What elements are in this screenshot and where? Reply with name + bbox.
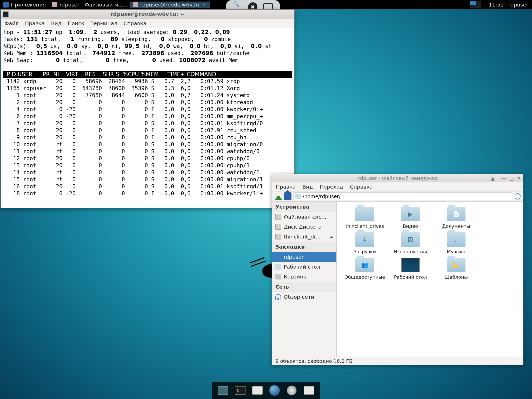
sidebar-item-label: thinclient_dr... xyxy=(284,234,321,240)
terminal-icon xyxy=(3,11,9,17)
dock-search[interactable] xyxy=(285,383,299,397)
folder-icon xyxy=(295,194,301,199)
folder-item[interactable]: 📐Шаблоны xyxy=(433,258,479,280)
folder-icon xyxy=(355,207,374,221)
menu-item[interactable]: Правка xyxy=(25,20,45,26)
terminal-output[interactable]: top - 11:51:27 up 1:09, 2 users, load av… xyxy=(1,28,294,208)
folder-item[interactable]: 📄Документы xyxy=(433,207,479,229)
applications-label: Приложения xyxy=(11,2,46,8)
applications-menu[interactable]: Приложения xyxy=(0,0,49,9)
menu-item[interactable]: Файл xyxy=(4,20,19,26)
wifi-icon xyxy=(275,294,281,300)
menu-item[interactable]: Вид xyxy=(51,20,62,26)
panel-user[interactable]: rdpuser xyxy=(508,2,528,8)
folder-label: Видео xyxy=(388,223,433,229)
dock-folder[interactable] xyxy=(302,383,316,397)
folder-label: Изображения xyxy=(388,249,433,255)
folder-item[interactable]: 🖼Изображения xyxy=(388,232,433,255)
taskbar-item[interactable]: rdpuser@ruvds-w6v1u: ~ xyxy=(130,2,210,8)
sidebar-item-label: Обзор сети xyxy=(284,294,314,300)
drive-icon xyxy=(275,214,281,220)
folder-label: thinclient_drives xyxy=(342,223,388,229)
task-label: rdpuser - Файловый ме... xyxy=(59,2,127,8)
dock-terminal[interactable]: $_ xyxy=(233,383,247,397)
status-text: 9 объектов, свободно 16,0 ГБ xyxy=(275,358,353,364)
maximize-button[interactable]: ▢ xyxy=(509,175,514,181)
folder-icon: 📄 xyxy=(447,207,466,221)
menu-item[interactable]: Поиск xyxy=(68,20,84,26)
folder-item[interactable]: thinclient_drives xyxy=(342,207,388,229)
filemanager-iconview[interactable]: thinclient_drives▶Видео📄Документы↓Загруз… xyxy=(337,202,523,357)
filemanager-title: rdpuser - Файловый менеджер xyxy=(358,175,437,181)
path-text[interactable] xyxy=(303,194,510,199)
task-label: rdpuser@ruvds-w6v1u: ~ xyxy=(140,2,207,8)
menu-item[interactable]: Справка xyxy=(350,184,373,190)
dock-browser[interactable] xyxy=(268,383,282,397)
terminal-titlebar[interactable]: rdpuser@ruvds-w6v1u: ~ xyxy=(1,10,294,19)
sidebar-item-label: rdpuser xyxy=(284,254,304,260)
taskbar-item[interactable]: rdpuser - Файловый ме... xyxy=(49,2,130,8)
trash-icon xyxy=(275,274,281,280)
filemanager-menubar: ПравкаВидПереходСправка xyxy=(272,182,523,191)
path-input[interactable] xyxy=(294,192,512,200)
folder-icon: ▶ xyxy=(401,207,420,221)
folder-icon: 📐 xyxy=(447,258,466,272)
filemanager-statusbar: 9 объектов, свободно 16,0 ГБ xyxy=(272,357,523,365)
folder-icon xyxy=(275,264,281,270)
sidebar-item[interactable]: Файловая сис... xyxy=(272,212,336,222)
menu-item[interactable]: Вид xyxy=(302,184,313,190)
home-icon[interactable] xyxy=(284,193,291,200)
filemanager-window: rdpuser - Файловый менеджер ▲ — ▢ ✕ Прав… xyxy=(272,174,523,365)
bottom-dock: $_ xyxy=(212,382,320,399)
menu-item[interactable]: Переход xyxy=(320,184,343,190)
desktop-icon xyxy=(401,258,420,272)
folder-icon: ↓ xyxy=(355,232,374,247)
folder-icon: 🖼 xyxy=(401,232,420,247)
sidebar-item[interactable]: Рабочий стол xyxy=(272,262,336,272)
workspace-switcher[interactable] xyxy=(470,1,481,8)
sidebar-header: Устройства xyxy=(272,202,336,212)
terminal-menubar: ФайлПравкаВидПоискТерминалСправка xyxy=(1,19,294,28)
sidebar-item[interactable]: Обзор сети xyxy=(272,292,336,302)
reload-icon[interactable] xyxy=(514,193,521,200)
menu-item[interactable]: Терминал xyxy=(90,20,117,26)
folder-label: Музыка xyxy=(433,249,479,255)
drive-icon xyxy=(275,234,281,240)
folder-icon: ♪ xyxy=(447,232,466,247)
window-icon xyxy=(52,2,57,7)
folder-label: Рабочий стол xyxy=(388,274,433,280)
folder-label: Загрузки xyxy=(342,249,388,255)
keep-above-icon[interactable]: ▲ xyxy=(491,175,495,181)
sidebar-item-label: Диск Дискета xyxy=(284,224,322,230)
folder-item[interactable]: ♪Музыка xyxy=(433,232,479,255)
filemanager-toolbar xyxy=(272,191,523,202)
eject-icon[interactable] xyxy=(330,236,333,238)
sidebar-item-label: Рабочий стол xyxy=(284,264,320,270)
filemanager-sidebar: УстройстваФайловая сис...Диск Дискетаthi… xyxy=(272,202,337,357)
menu-item[interactable]: Правка xyxy=(276,184,296,190)
close-button[interactable]: ✕ xyxy=(517,175,521,181)
folder-label: Документы xyxy=(433,223,479,229)
terminal-window: rdpuser@ruvds-w6v1u: ~ ФайлПравкаВидПоис… xyxy=(1,9,295,208)
folder-item[interactable]: ↓Загрузки xyxy=(342,232,388,255)
sidebar-header: Сеть xyxy=(272,282,336,292)
up-icon[interactable] xyxy=(275,193,282,200)
folder-item[interactable]: 👥Общедоступные xyxy=(342,258,388,280)
folder-item[interactable]: Рабочий стол xyxy=(388,258,433,280)
sidebar-item[interactable]: rdpuser xyxy=(272,252,336,262)
minimize-button[interactable]: — xyxy=(501,175,506,181)
drive-icon xyxy=(275,224,281,230)
folder-icon: 👥 xyxy=(355,258,374,272)
sidebar-item[interactable]: Диск Дискета xyxy=(272,222,336,232)
panel-clock[interactable]: 11:51 xyxy=(489,2,504,8)
dock-show-desktop[interactable] xyxy=(216,383,230,397)
filemanager-titlebar[interactable]: rdpuser - Файловый менеджер ▲ — ▢ ✕ xyxy=(272,174,523,182)
sidebar-item[interactable]: thinclient_dr... xyxy=(272,232,336,242)
sidebar-header: Закладки xyxy=(272,242,336,252)
home-icon xyxy=(275,254,281,260)
dock-filemanager[interactable] xyxy=(250,383,264,397)
folder-item[interactable]: ▶Видео xyxy=(388,207,433,229)
sidebar-item[interactable]: Корзина xyxy=(272,272,336,282)
folder-label: Общедоступные xyxy=(342,274,388,280)
menu-item[interactable]: Справка xyxy=(124,20,147,26)
